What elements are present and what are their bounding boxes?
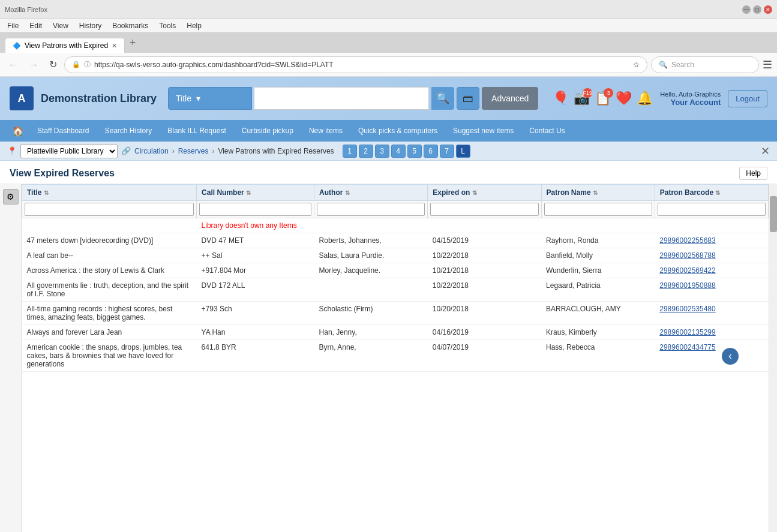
location-select[interactable]: Platteville Public Library — [20, 144, 118, 158]
filter-row — [22, 201, 769, 218]
barcode-link-5[interactable]: 29896002135299 — [659, 328, 715, 336]
nav-contact[interactable]: Contact Us — [522, 123, 572, 139]
col-call-number[interactable]: Call Number ⇅ — [197, 185, 314, 201]
new-tab-button[interactable]: + — [125, 37, 141, 49]
search-type-dropdown[interactable]: Title ▾ — [168, 87, 252, 110]
cell-error: Library doesn't own any Items — [197, 218, 314, 233]
barcode-link-6[interactable]: 29896002434775 — [659, 343, 715, 351]
advanced-search-button[interactable]: Advanced — [482, 87, 538, 110]
breadcrumb-sep-1: › — [172, 147, 175, 155]
page-tab-5[interactable]: 5 — [407, 145, 422, 158]
location-icon: 📍 — [7, 146, 17, 155]
table-container[interactable]: Title ⇅ Call Number ⇅ Author ⇅ Expi — [22, 184, 769, 532]
cell-barcode-6[interactable]: 29896002434775 — [655, 340, 768, 372]
cell-expired-6: 04/07/2019 — [428, 340, 541, 372]
page-tab-l[interactable]: L — [456, 145, 470, 158]
camera-icon-button[interactable]: 📷 F19 — [574, 91, 590, 106]
barcode-link-1[interactable]: 29896002568788 — [659, 251, 715, 260]
barcode-link-3[interactable]: 29896001950888 — [659, 281, 715, 290]
col-patron-barcode[interactable]: Patron Barcode ⇅ — [655, 185, 768, 201]
balloon-icon-button[interactable]: 🎈 — [553, 91, 569, 106]
col-patron-name[interactable]: Patron Name ⇅ — [541, 185, 655, 201]
back-panel-button[interactable]: ‹ — [722, 348, 739, 365]
bell-icon-button[interactable]: 🔔 — [637, 91, 653, 106]
cell-barcode-0[interactable]: 29896002255683 — [655, 233, 768, 248]
page-tab-6[interactable]: 6 — [424, 145, 438, 158]
tab-close-button[interactable]: ✕ — [112, 42, 117, 50]
active-tab[interactable]: 🔷 View Patrons with Expired Rese... ✕ — [5, 38, 125, 53]
cell-barcode-2[interactable]: 29896002569422 — [655, 263, 768, 278]
bookmark-icon[interactable]: ☆ — [633, 61, 640, 69]
menu-file[interactable]: File — [2, 20, 23, 31]
cell-barcode-3[interactable]: 29896001950888 — [655, 278, 768, 302]
nav-bar: 🏠 Staff Dashboard Search History Blank I… — [0, 120, 777, 142]
col-author[interactable]: Author ⇅ — [314, 185, 428, 201]
help-button[interactable]: Help — [739, 167, 767, 180]
nav-curbside[interactable]: Curbside pickup — [235, 123, 301, 139]
barcode-link-0[interactable]: 29896002255683 — [659, 236, 715, 245]
account-dropdown[interactable]: Your Account — [660, 98, 721, 107]
logout-button[interactable]: Logout — [728, 90, 767, 107]
breadcrumb-circulation[interactable]: Circulation — [134, 147, 169, 155]
database-icon-button[interactable]: 🗃 — [457, 87, 479, 110]
lock-icon: 🔒 — [72, 61, 80, 68]
menu-help[interactable]: Help — [182, 20, 206, 31]
page-tab-1[interactable]: 1 — [343, 145, 357, 158]
gear-settings-button[interactable]: ⚙ — [3, 189, 19, 205]
filter-callnum-input[interactable] — [199, 203, 311, 216]
maximize-button[interactable]: □ — [753, 5, 761, 14]
menu-edit[interactable]: Edit — [25, 20, 47, 31]
breadcrumb-close-button[interactable]: ✕ — [761, 145, 770, 158]
search-go-button[interactable]: 🔍 — [431, 87, 454, 110]
filter-expired-input[interactable] — [430, 203, 538, 216]
app-header: A Demonstration Library Title ▾ 🔍 🗃 Adva… — [0, 77, 777, 120]
nav-home[interactable]: 🏠 — [7, 123, 29, 139]
menu-view[interactable]: View — [48, 20, 73, 31]
menu-history[interactable]: History — [74, 20, 106, 31]
scrollbar-thumb[interactable] — [770, 196, 777, 232]
cell-expired-3: 10/22/2018 — [428, 278, 541, 302]
col-title[interactable]: Title ⇅ — [22, 185, 197, 201]
heart-icon-button[interactable]: ❤️ — [616, 91, 632, 106]
close-button[interactable]: ✕ — [764, 5, 772, 14]
cell-barcode-1[interactable]: 29896002568788 — [655, 248, 768, 263]
filter-barcode-input[interactable] — [658, 203, 766, 216]
cell-barcode-5[interactable]: 29896002135299 — [655, 325, 768, 340]
nav-quick-picks[interactable]: Quick picks & computers — [351, 123, 445, 139]
back-navigation-button[interactable]: ← — [5, 58, 22, 71]
minimize-button[interactable]: — — [742, 5, 751, 14]
url-bar[interactable]: 🔒 ⓘ https://qa-swls-verso.auto-graphics.… — [64, 56, 647, 73]
menu-bookmarks[interactable]: Bookmarks — [107, 20, 153, 31]
list-icon-button[interactable]: 📋 3 — [595, 91, 611, 106]
page-tab-7[interactable]: 7 — [440, 145, 454, 158]
scrollbar-track[interactable] — [769, 184, 777, 532]
reload-button[interactable]: ↻ — [46, 58, 61, 71]
barcode-link-4[interactable]: 29896002535480 — [659, 305, 715, 313]
nav-search-history[interactable]: Search History — [98, 123, 160, 139]
browser-menu-button[interactable]: ☰ — [763, 58, 772, 71]
page-tab-2[interactable]: 2 — [359, 145, 373, 158]
browser-search-bar[interactable]: 🔍 Search — [651, 56, 759, 73]
cell-title-4: All-time gaming records : highest scores… — [22, 302, 197, 325]
col-expired-on[interactable]: Expired on ⇅ — [428, 185, 541, 201]
nav-new-items[interactable]: New items — [302, 123, 350, 139]
nav-suggest[interactable]: Suggest new items — [446, 123, 521, 139]
nav-blank-ill[interactable]: Blank ILL Request — [160, 123, 233, 139]
nav-staff-dashboard[interactable]: Staff Dashboard — [30, 123, 97, 139]
forward-navigation-button[interactable]: → — [25, 58, 42, 71]
cell-barcode-4[interactable]: 29896002535480 — [655, 302, 768, 325]
filter-title-input[interactable] — [25, 203, 194, 216]
breadcrumb-reserves[interactable]: Reserves — [178, 147, 209, 155]
greeting-text: Hello, Auto-Graphics — [660, 91, 721, 98]
filter-author-input[interactable] — [317, 203, 425, 216]
cell-expired-5: 04/16/2019 — [428, 325, 541, 340]
table-header-row: Title ⇅ Call Number ⇅ Author ⇅ Expi — [22, 185, 769, 201]
barcode-link-2[interactable]: 29896002569422 — [659, 266, 715, 275]
menu-tools[interactable]: Tools — [154, 20, 181, 31]
search-input[interactable] — [254, 87, 429, 110]
filter-patron-input[interactable] — [544, 203, 652, 216]
page-tab-4[interactable]: 4 — [391, 145, 406, 158]
cell-author-6: Byrn, Anne, — [314, 340, 428, 372]
cell-patron-3: Legaard, Patricia — [541, 278, 655, 302]
page-tab-3[interactable]: 3 — [375, 145, 389, 158]
